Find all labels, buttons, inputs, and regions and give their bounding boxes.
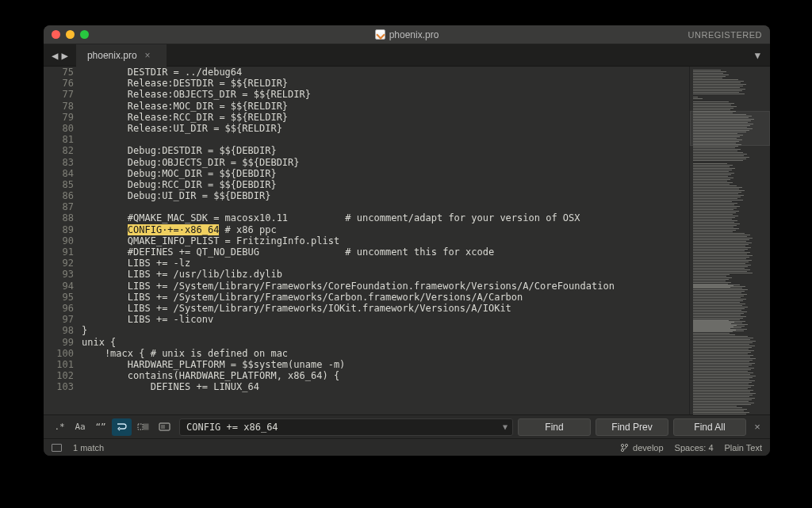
branch-name: develop <box>633 443 664 453</box>
find-query-text: CONFIG += x86_64 <box>186 422 278 433</box>
window-title-text: phoenix.pro <box>389 29 439 40</box>
console-icon[interactable] <box>52 444 62 452</box>
wrap-toggle[interactable] <box>112 418 132 436</box>
editor-area: 7576777879808182838485868788899091929394… <box>44 67 770 414</box>
nav-back-icon[interactable]: ◀ <box>52 49 58 62</box>
svg-point-4 <box>621 444 623 446</box>
code-text[interactable]: DESTDIR = ../debug64 Release:DESTDIR = $… <box>82 67 689 414</box>
window-title: phoenix.pro <box>44 29 770 40</box>
svg-rect-0 <box>138 424 143 430</box>
minimap-viewport[interactable] <box>690 111 770 146</box>
unregistered-label: UNREGISTERED <box>688 30 762 40</box>
find-all-button[interactable]: Find All <box>673 418 746 436</box>
tab-overflow-icon[interactable]: ▼ <box>755 50 760 61</box>
find-history-dropdown-icon[interactable]: ▼ <box>503 422 508 431</box>
tab-label: phoenix.pro <box>87 50 137 61</box>
in-selection-toggle[interactable] <box>133 418 153 436</box>
find-button[interactable]: Find <box>518 418 591 436</box>
find-prev-button[interactable]: Find Prev <box>596 418 668 436</box>
tab-phoenix[interactable]: phoenix.pro × <box>76 44 167 67</box>
find-close-icon[interactable]: × <box>751 421 764 433</box>
indent-indicator[interactable]: Spaces: 4 <box>675 443 714 453</box>
minimize-window-button[interactable] <box>66 30 75 39</box>
highlight-toggle[interactable] <box>155 418 174 436</box>
file-icon <box>375 29 385 40</box>
svg-point-6 <box>621 449 623 451</box>
code-pane[interactable]: 7576777879808182838485868788899091929394… <box>44 67 689 414</box>
tab-bar: ◀ ▶ phoenix.pro × ▼ <box>44 44 770 67</box>
svg-rect-3 <box>161 425 165 429</box>
regex-toggle[interactable]: .* <box>50 418 69 436</box>
tab-close-icon[interactable]: × <box>145 50 151 61</box>
syntax-indicator[interactable]: Plain Text <box>725 443 763 453</box>
case-sensitive-toggle[interactable]: Aa <box>71 418 90 436</box>
svg-point-5 <box>625 444 627 446</box>
whole-word-toggle[interactable]: “” <box>91 418 110 436</box>
line-gutter: 7576777879808182838485868788899091929394… <box>44 67 82 414</box>
nav-arrows: ◀ ▶ <box>44 49 76 62</box>
status-bar: 1 match develop Spaces: 4 Plain Text <box>44 438 770 456</box>
branch-icon <box>620 443 629 453</box>
branch-indicator[interactable]: develop <box>620 443 664 453</box>
find-options: .* Aa “” <box>50 418 174 436</box>
titlebar: phoenix.pro UNREGISTERED <box>44 25 770 44</box>
minimap[interactable] <box>689 67 770 414</box>
editor-window: phoenix.pro UNREGISTERED ◀ ▶ phoenix.pro… <box>44 25 770 456</box>
nav-forward-icon[interactable]: ▶ <box>61 49 67 62</box>
find-input[interactable]: CONFIG += x86_64 ▼ <box>179 418 513 436</box>
match-count: 1 match <box>73 443 104 453</box>
svg-rect-1 <box>144 424 148 430</box>
traffic-lights <box>44 30 89 39</box>
find-panel: .* Aa “” CONFIG += x86_64 ▼ Find Find Pr… <box>44 414 770 438</box>
close-window-button[interactable] <box>52 30 60 39</box>
zoom-window-button[interactable] <box>80 30 89 39</box>
